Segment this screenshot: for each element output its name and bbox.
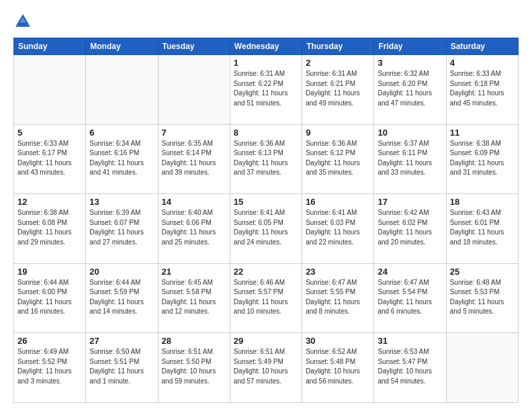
- calendar-cell: [86, 55, 158, 125]
- calendar-cell: 1Sunrise: 6:31 AM Sunset: 6:22 PM Daylig…: [230, 55, 302, 125]
- calendar-cell: 17Sunrise: 6:42 AM Sunset: 6:02 PM Dayli…: [374, 194, 446, 264]
- header: [13, 12, 519, 31]
- day-number: 3: [378, 58, 442, 68]
- day-number: 7: [162, 128, 226, 138]
- day-info: Sunrise: 6:43 AM Sunset: 6:01 PM Dayligh…: [450, 208, 515, 247]
- day-info: Sunrise: 6:39 AM Sunset: 6:07 PM Dayligh…: [89, 208, 154, 247]
- day-number: 25: [450, 267, 515, 277]
- weekday-header-tuesday: Tuesday: [158, 38, 230, 55]
- day-number: 31: [378, 336, 442, 346]
- day-number: 26: [17, 336, 82, 346]
- day-info: Sunrise: 6:44 AM Sunset: 6:00 PM Dayligh…: [17, 278, 82, 317]
- day-number: 8: [234, 128, 298, 138]
- day-number: 30: [306, 336, 370, 346]
- calendar-cell: 2Sunrise: 6:31 AM Sunset: 6:21 PM Daylig…: [302, 55, 374, 125]
- calendar-cell: 20Sunrise: 6:44 AM Sunset: 5:59 PM Dayli…: [86, 263, 158, 333]
- calendar-week-1: 5Sunrise: 6:33 AM Sunset: 6:17 PM Daylig…: [14, 124, 519, 194]
- calendar-week-3: 19Sunrise: 6:44 AM Sunset: 6:00 PM Dayli…: [14, 263, 519, 333]
- calendar-cell: 31Sunrise: 6:53 AM Sunset: 5:47 PM Dayli…: [374, 333, 446, 403]
- day-info: Sunrise: 6:35 AM Sunset: 6:14 PM Dayligh…: [162, 139, 226, 178]
- day-number: 16: [306, 197, 370, 207]
- calendar-cell: 27Sunrise: 6:50 AM Sunset: 5:51 PM Dayli…: [86, 333, 158, 403]
- day-number: 5: [17, 128, 82, 138]
- day-info: Sunrise: 6:31 AM Sunset: 6:21 PM Dayligh…: [306, 69, 370, 108]
- calendar-cell: 18Sunrise: 6:43 AM Sunset: 6:01 PM Dayli…: [446, 194, 518, 264]
- calendar-cell: 5Sunrise: 6:33 AM Sunset: 6:17 PM Daylig…: [14, 124, 86, 194]
- day-number: 28: [162, 336, 226, 346]
- weekday-header-monday: Monday: [86, 38, 158, 55]
- day-info: Sunrise: 6:37 AM Sunset: 6:11 PM Dayligh…: [378, 139, 442, 178]
- day-info: Sunrise: 6:45 AM Sunset: 5:58 PM Dayligh…: [162, 278, 226, 317]
- weekday-header-saturday: Saturday: [446, 38, 518, 55]
- calendar-cell: 24Sunrise: 6:47 AM Sunset: 5:54 PM Dayli…: [374, 263, 446, 333]
- day-info: Sunrise: 6:38 AM Sunset: 6:08 PM Dayligh…: [17, 208, 82, 247]
- calendar-cell: 3Sunrise: 6:32 AM Sunset: 6:20 PM Daylig…: [374, 55, 446, 125]
- day-info: Sunrise: 6:47 AM Sunset: 5:54 PM Dayligh…: [378, 278, 442, 317]
- day-info: Sunrise: 6:47 AM Sunset: 5:55 PM Dayligh…: [306, 278, 370, 317]
- day-info: Sunrise: 6:36 AM Sunset: 6:12 PM Dayligh…: [306, 139, 370, 178]
- calendar-cell: 11Sunrise: 6:38 AM Sunset: 6:09 PM Dayli…: [446, 124, 518, 194]
- day-info: Sunrise: 6:41 AM Sunset: 6:05 PM Dayligh…: [234, 208, 298, 247]
- calendar-cell: 16Sunrise: 6:41 AM Sunset: 6:03 PM Dayli…: [302, 194, 374, 264]
- calendar-week-4: 26Sunrise: 6:49 AM Sunset: 5:52 PM Dayli…: [14, 333, 519, 403]
- day-info: Sunrise: 6:36 AM Sunset: 6:13 PM Dayligh…: [234, 139, 298, 178]
- calendar-cell: 7Sunrise: 6:35 AM Sunset: 6:14 PM Daylig…: [158, 124, 230, 194]
- calendar-cell: [14, 55, 86, 125]
- day-number: 21: [162, 267, 226, 277]
- calendar-cell: 21Sunrise: 6:45 AM Sunset: 5:58 PM Dayli…: [158, 263, 230, 333]
- day-info: Sunrise: 6:33 AM Sunset: 6:18 PM Dayligh…: [450, 69, 515, 108]
- day-info: Sunrise: 6:44 AM Sunset: 5:59 PM Dayligh…: [89, 278, 154, 317]
- day-info: Sunrise: 6:53 AM Sunset: 5:47 PM Dayligh…: [378, 347, 442, 386]
- day-info: Sunrise: 6:40 AM Sunset: 6:06 PM Dayligh…: [162, 208, 226, 247]
- day-info: Sunrise: 6:50 AM Sunset: 5:51 PM Dayligh…: [89, 347, 154, 386]
- calendar-cell: 9Sunrise: 6:36 AM Sunset: 6:12 PM Daylig…: [302, 124, 374, 194]
- calendar-cell: 25Sunrise: 6:48 AM Sunset: 5:53 PM Dayli…: [446, 263, 518, 333]
- day-number: 12: [17, 197, 82, 207]
- calendar-week-2: 12Sunrise: 6:38 AM Sunset: 6:08 PM Dayli…: [14, 194, 519, 264]
- day-info: Sunrise: 6:42 AM Sunset: 6:02 PM Dayligh…: [378, 208, 442, 247]
- day-number: 14: [162, 197, 226, 207]
- logo-icon: [13, 12, 32, 31]
- day-info: Sunrise: 6:33 AM Sunset: 6:17 PM Dayligh…: [17, 139, 82, 178]
- day-info: Sunrise: 6:51 AM Sunset: 5:50 PM Dayligh…: [162, 347, 226, 386]
- day-number: 20: [89, 267, 154, 277]
- day-number: 17: [378, 197, 442, 207]
- svg-rect-2: [19, 23, 27, 27]
- day-number: 15: [234, 197, 298, 207]
- calendar-cell: 13Sunrise: 6:39 AM Sunset: 6:07 PM Dayli…: [86, 194, 158, 264]
- day-info: Sunrise: 6:41 AM Sunset: 6:03 PM Dayligh…: [306, 208, 370, 247]
- day-number: 22: [234, 267, 298, 277]
- day-number: 11: [450, 128, 515, 138]
- day-number: 10: [378, 128, 442, 138]
- calendar-cell: [158, 55, 230, 125]
- day-info: Sunrise: 6:31 AM Sunset: 6:22 PM Dayligh…: [234, 69, 298, 108]
- calendar-cell: 26Sunrise: 6:49 AM Sunset: 5:52 PM Dayli…: [14, 333, 86, 403]
- calendar-cell: 10Sunrise: 6:37 AM Sunset: 6:11 PM Dayli…: [374, 124, 446, 194]
- calendar-cell: 29Sunrise: 6:51 AM Sunset: 5:49 PM Dayli…: [230, 333, 302, 403]
- logo: [13, 12, 35, 31]
- day-number: 29: [234, 336, 298, 346]
- day-number: 2: [306, 58, 370, 68]
- calendar-cell: 8Sunrise: 6:36 AM Sunset: 6:13 PM Daylig…: [230, 124, 302, 194]
- day-number: 18: [450, 197, 515, 207]
- calendar-week-0: 1Sunrise: 6:31 AM Sunset: 6:22 PM Daylig…: [14, 55, 519, 125]
- day-number: 24: [378, 267, 442, 277]
- calendar-table: SundayMondayTuesdayWednesdayThursdayFrid…: [13, 38, 519, 403]
- calendar-cell: 14Sunrise: 6:40 AM Sunset: 6:06 PM Dayli…: [158, 194, 230, 264]
- calendar-cell: 4Sunrise: 6:33 AM Sunset: 6:18 PM Daylig…: [446, 55, 518, 125]
- calendar-cell: 12Sunrise: 6:38 AM Sunset: 6:08 PM Dayli…: [14, 194, 86, 264]
- weekday-header-sunday: Sunday: [14, 38, 86, 55]
- day-info: Sunrise: 6:52 AM Sunset: 5:48 PM Dayligh…: [306, 347, 370, 386]
- calendar-cell: 6Sunrise: 6:34 AM Sunset: 6:16 PM Daylig…: [86, 124, 158, 194]
- weekday-header-row: SundayMondayTuesdayWednesdayThursdayFrid…: [14, 38, 519, 55]
- day-info: Sunrise: 6:32 AM Sunset: 6:20 PM Dayligh…: [378, 69, 442, 108]
- weekday-header-wednesday: Wednesday: [230, 38, 302, 55]
- day-number: 6: [89, 128, 154, 138]
- weekday-header-thursday: Thursday: [302, 38, 374, 55]
- day-number: 4: [450, 58, 515, 68]
- page: SundayMondayTuesdayWednesdayThursdayFrid…: [0, 0, 532, 411]
- weekday-header-friday: Friday: [374, 38, 446, 55]
- day-info: Sunrise: 6:38 AM Sunset: 6:09 PM Dayligh…: [450, 139, 515, 178]
- day-number: 1: [234, 58, 298, 68]
- calendar-cell: [446, 333, 518, 403]
